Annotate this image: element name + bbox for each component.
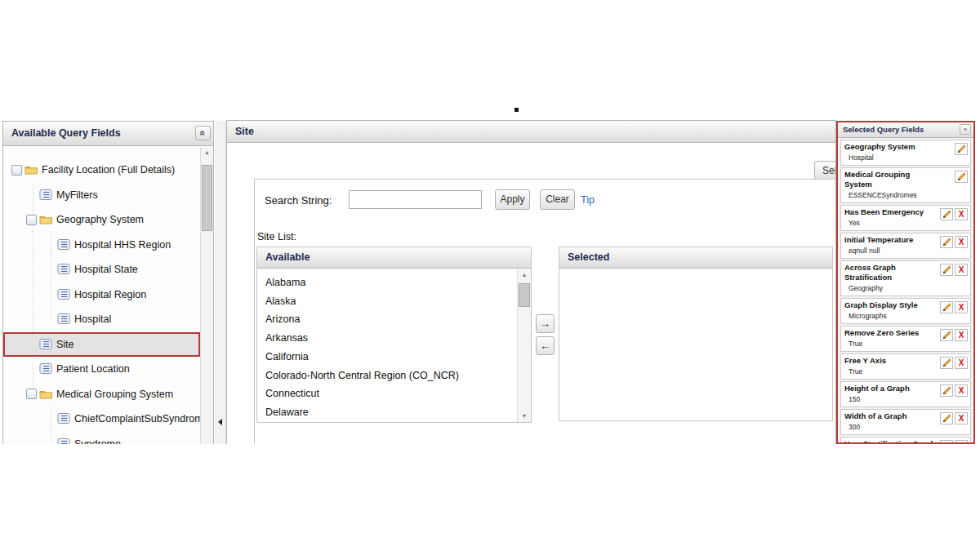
edit-pencil-icon[interactable] — [940, 384, 953, 397]
tree-collapse-icon[interactable] — [26, 215, 37, 225]
field-name: Medical Grouping System — [844, 170, 967, 189]
list-item[interactable]: Delaware — [265, 403, 531, 422]
selected-header: Selected — [568, 251, 609, 263]
list-item[interactable]: Connecticut — [265, 384, 531, 403]
edit-pencil-icon[interactable] — [940, 412, 953, 424]
selected-query-field-card: Remove Zero Series True X — [840, 326, 971, 352]
list-item[interactable]: Arkansas — [265, 329, 531, 348]
arrow-left-icon: ← — [540, 340, 550, 352]
selected-query-field-card: Year Stratification Graph Start Week or … — [840, 437, 971, 444]
selected-query-field-card: Free Y Axis True X — [840, 353, 971, 380]
available-scrollbar[interactable]: ▲ ▼ — [517, 269, 531, 422]
edit-pencil-icon[interactable] — [940, 236, 953, 248]
list-item[interactable]: Alaska — [265, 292, 531, 311]
panel-expand-icon[interactable]: » — [960, 124, 971, 135]
tree-item[interactable]: Patient Location — [3, 357, 200, 382]
tree-item[interactable]: Site — [3, 332, 200, 358]
selected-listbox: Selected — [559, 247, 833, 421]
tree-item-label: Medical Grouping System — [56, 389, 173, 400]
tree-item[interactable]: Hospital State — [3, 257, 200, 282]
selected-query-field-card: Width of a Graph 300 X — [840, 409, 971, 435]
tree-item-label: Geography System — [56, 214, 144, 225]
delete-x-icon[interactable]: X — [955, 301, 968, 313]
edit-pencil-icon[interactable] — [940, 208, 953, 220]
list-item[interactable]: Colorado-North Central Region (CO_NCR) — [265, 367, 531, 385]
tree-item[interactable]: Geography System — [3, 207, 200, 233]
available-query-fields-panel: Available Query Fields « — [2, 121, 214, 444]
edit-pencil-icon[interactable] — [940, 264, 953, 276]
search-string-input[interactable] — [349, 190, 482, 209]
tip-link[interactable]: Tip — [581, 194, 595, 206]
available-header: Available — [265, 251, 310, 263]
available-items: AlabamaAlaskaArizonaArkansasCaliforniaCo… — [257, 269, 531, 422]
clear-button[interactable]: Clear — [540, 189, 575, 210]
delete-x-icon[interactable]: X — [955, 357, 968, 369]
selected-query-field-card: Across Graph Stratification Geography X — [840, 260, 971, 296]
edit-pencil-icon[interactable] — [955, 171, 968, 183]
selected-query-fields-list: Geography System Hospital X Medical Grou… — [838, 138, 973, 444]
scrollbar-thumb[interactable] — [202, 165, 212, 231]
tree-item-label: Patient Location — [56, 363, 130, 375]
search-string-label: Search String: — [265, 194, 332, 207]
edit-pencil-icon[interactable] — [955, 143, 968, 155]
delete-x-icon[interactable]: X — [955, 329, 968, 341]
tree-item-label: MyFilters — [56, 189, 98, 201]
tree-item[interactable]: MyFilters — [3, 183, 200, 208]
tree-item[interactable]: Facility Location (Full Details) — [3, 158, 200, 183]
tree-item-label: Hospital Region — [74, 289, 146, 300]
field-icon — [57, 313, 71, 325]
tree-item[interactable]: Medical Grouping System — [3, 382, 200, 407]
move-right-button[interactable]: → — [536, 314, 555, 333]
tree-item[interactable]: Hospital — [3, 307, 200, 332]
move-left-button[interactable]: ← — [536, 336, 555, 355]
splitter-collapse-icon[interactable] — [218, 419, 222, 425]
field-icon — [57, 413, 71, 424]
apply-button[interactable]: Apply — [495, 189, 530, 210]
tree-collapse-icon[interactable] — [11, 165, 22, 176]
application-viewport: Available Query Fields « — [0, 0, 980, 444]
delete-x-icon[interactable]: X — [955, 208, 968, 220]
edit-pencil-icon[interactable] — [940, 357, 953, 369]
select-button[interactable]: Sel — [814, 161, 836, 180]
edit-pencil-icon[interactable] — [940, 440, 953, 444]
edit-pencil-icon[interactable] — [940, 301, 953, 313]
scrollbar-thumb[interactable] — [519, 283, 530, 307]
site-query-form: Search String: Apply Clear Tip Site List… — [254, 179, 836, 444]
arrow-right-icon: → — [540, 318, 550, 330]
delete-x-icon[interactable]: X — [955, 264, 968, 276]
list-item[interactable]: Alabama — [265, 273, 531, 292]
tree-item[interactable]: ChiefComplaintSubSyndromes — [3, 407, 200, 432]
field-name: Geography System — [844, 142, 967, 152]
panel-collapse-icon[interactable]: « — [195, 126, 211, 140]
site-panel-title: Site — [235, 126, 254, 137]
tree-scrollbar[interactable]: ▲ — [200, 147, 213, 444]
tree-item[interactable]: Syndrome — [3, 432, 200, 445]
query-fields-tree: Facility Location (Full Details) MyFilte… — [3, 146, 200, 444]
list-item[interactable]: California — [265, 348, 531, 367]
scroll-up-icon[interactable]: ▲ — [518, 269, 531, 281]
tree-item-label: Site — [56, 339, 74, 350]
delete-x-icon[interactable]: X — [955, 412, 968, 424]
tree-item[interactable]: Hospital Region — [3, 282, 200, 308]
tree-collapse-icon[interactable] — [26, 389, 37, 399]
delete-x-icon[interactable]: X — [955, 384, 968, 397]
field-icon — [39, 339, 53, 350]
field-icon — [57, 264, 71, 275]
folder-icon — [39, 214, 53, 225]
field-icon — [39, 363, 53, 375]
delete-x-icon[interactable]: X — [955, 440, 968, 444]
scroll-down-icon[interactable]: ▼ — [518, 411, 531, 422]
field-icon — [57, 438, 71, 444]
site-list-label: Site List: — [257, 231, 296, 242]
field-value: ESSENCESyndromes — [849, 191, 967, 200]
edit-pencil-icon[interactable] — [940, 329, 953, 341]
field-icon — [39, 189, 53, 201]
tree-item[interactable]: Hospital HHS Region — [3, 233, 200, 258]
cursor-dot — [514, 108, 519, 112]
selected-query-field-card: Graph Display Style Micrographs X — [840, 298, 971, 324]
scroll-up-icon[interactable]: ▲ — [201, 147, 213, 158]
delete-x-icon[interactable]: X — [955, 236, 968, 248]
site-panel: Site Sel Search String: Apply Clear Tip … — [226, 120, 836, 444]
panel-splitter[interactable] — [215, 121, 226, 444]
list-item[interactable]: Arizona — [265, 310, 531, 329]
